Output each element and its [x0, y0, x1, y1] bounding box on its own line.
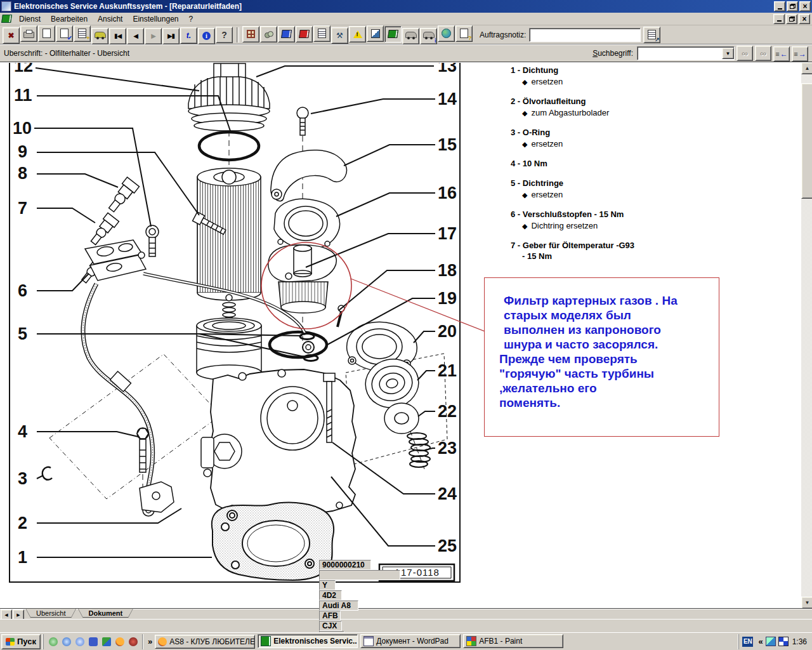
messenger-icon[interactable] [74, 636, 85, 647]
close-button[interactable]: × [799, 1, 811, 11]
annotation-line: выполнен из капронового [504, 322, 719, 337]
scroll-down-button[interactable]: ▼ [801, 597, 812, 608]
chevron-right-icon[interactable]: » [148, 637, 152, 646]
minimize-button[interactable] [774, 1, 785, 11]
child-close-button[interactable]: × [799, 14, 810, 24]
scroll-up-button[interactable]: ▲ [801, 62, 812, 74]
callout-22: 22 [438, 402, 457, 421]
list-arrow-right-button[interactable]: ≡→ [792, 46, 808, 62]
child-restore-button[interactable] [786, 14, 797, 24]
text-jump-button[interactable]: t. [180, 27, 197, 44]
pnt-icon [466, 636, 476, 646]
vertical-scrollbar[interactable]: ▲ ▼ [801, 62, 812, 608]
app-icon[interactable] [88, 636, 98, 647]
callout-12: 12 [14, 63, 33, 76]
menu-dienst[interactable]: Dienst [14, 13, 46, 25]
restore-button[interactable] [787, 1, 798, 11]
firefox-icon[interactable] [114, 636, 125, 647]
quicktime-icon[interactable] [61, 636, 72, 647]
display-settings-icon[interactable] [101, 636, 112, 647]
callout-17: 17 [438, 224, 457, 243]
help-button[interactable]: ? [216, 27, 233, 43]
parts-list-item: 3 - O-Ring◆ersetzen [511, 128, 733, 149]
annotation-line: шнура и часто засорялся. [504, 337, 719, 352]
red-book-button[interactable] [296, 26, 313, 43]
menu-?[interactable]: ? [183, 13, 198, 25]
list-arrow-left-button[interactable]: ≡← [773, 46, 790, 62]
auftragsnotiz-input[interactable] [529, 28, 641, 42]
screen-button[interactable] [367, 25, 384, 42]
language-indicator[interactable]: EN [742, 637, 753, 647]
start-button[interactable]: Пуск [1, 634, 41, 649]
document-icon[interactable] [1, 15, 12, 23]
opera-icon[interactable] [128, 636, 138, 647]
warning-button[interactable] [349, 26, 366, 43]
print-button[interactable] [20, 25, 37, 42]
network-icon[interactable] [766, 637, 776, 646]
taskbar-button[interactable]: Elektronisches Servic... [258, 634, 358, 648]
bolt-10 [146, 225, 159, 256]
nav-next-button[interactable]: ▶ [145, 28, 162, 44]
nav-last-button[interactable]: ▶▮ [162, 28, 180, 44]
annotation-box: Фильтр картерных газов . Настарых моделя… [484, 277, 719, 437]
dashed-diamond [49, 354, 221, 499]
display-icon[interactable] [778, 637, 789, 646]
check-document-button[interactable]: ✔ [56, 25, 73, 42]
green-book-button[interactable] [384, 26, 402, 43]
braided-hose [83, 284, 154, 516]
vehicle-search-button[interactable] [402, 28, 419, 44]
ffx-icon [158, 637, 167, 646]
media-player-icon[interactable] [48, 636, 58, 647]
taskbar-button[interactable]: Документ - WordPad [360, 634, 461, 648]
taskbar-button[interactable]: AS8 - КЛУБ ЛЮБИТЕЛЕ... [155, 635, 255, 649]
annotation-line: поменять. [499, 395, 719, 410]
nav-previous-button[interactable]: ◀ [127, 28, 144, 44]
tab-dokument[interactable]: Dokument [77, 608, 133, 618]
persons-button[interactable] [260, 26, 277, 43]
info-button[interactable]: i [198, 28, 215, 44]
window-grid-button[interactable] [242, 26, 259, 43]
taskbar: Пуск » AS8 - КЛУБ ЛЮБИТЕЛЕ...Elektronisc… [0, 632, 812, 650]
wpd-icon [363, 636, 374, 646]
suchbegriff-combobox[interactable]: ▼ [637, 46, 735, 60]
menu-ansicht[interactable]: Ansicht [93, 13, 128, 25]
add-document-button[interactable]: + [74, 25, 91, 42]
diamond-bullet-icon: ◆ [522, 140, 527, 148]
clip-3 [43, 467, 52, 480]
chevron-down-icon[interactable]: ▼ [722, 48, 734, 59]
vehicle-info-button[interactable]: i [420, 28, 437, 44]
find-previous-button[interactable]: ∞ [737, 46, 753, 61]
status-bar: 9000000210Y4D2Audi A8AFBCJXADMIN [0, 619, 812, 632]
workshop-button[interactable]: ⚒ [331, 27, 348, 44]
diamond-bullet-icon: ◆ [522, 78, 527, 86]
exit-button[interactable]: ✖ [3, 27, 20, 44]
scrollbar-thumb[interactable] [801, 83, 812, 199]
callout-2: 2 [18, 514, 27, 533]
new-document-button[interactable] [38, 25, 55, 42]
child-minimize-button[interactable] [773, 14, 785, 24]
callout-9: 9 [18, 142, 27, 161]
windows-logo-icon [6, 638, 15, 646]
taskbar-button[interactable]: AFB1 - Paint [463, 634, 563, 648]
menu-einstellungen[interactable]: Einstellungen [128, 13, 183, 25]
vehicle-button[interactable] [91, 28, 108, 44]
parts-list-item: 6 - Verschlußstopfen - 15 Nm◆Dichtring e… [511, 209, 733, 230]
callout-20: 20 [438, 322, 457, 341]
find-next-button[interactable]: ∞ [755, 46, 771, 61]
parts-list: 1 - Dichtung◆ersetzen2 - Ölvorlaufleitun… [511, 65, 733, 271]
blue-book-button[interactable] [278, 26, 295, 43]
auftragsnotiz-note-button[interactable]: ↗ [643, 27, 660, 43]
chevron-left-icon[interactable]: « [758, 637, 763, 646]
callout-6: 6 [18, 281, 27, 300]
document-list-button[interactable] [313, 25, 331, 42]
nav-first-button[interactable]: ▮◀ [109, 28, 126, 44]
callout-24: 24 [438, 484, 457, 503]
document-help-button[interactable]: ? [455, 25, 473, 42]
tab-ubersicht[interactable]: Ubersicht [25, 608, 76, 618]
globe-button[interactable] [438, 25, 455, 42]
annotation-line: Фильтр картерных газов . На [504, 293, 719, 308]
callout-8: 8 [18, 164, 27, 183]
menu-bearbeiten[interactable]: Bearbeiten [46, 13, 93, 25]
callout-18: 18 [438, 261, 457, 280]
clock: 1:36 [792, 637, 807, 646]
